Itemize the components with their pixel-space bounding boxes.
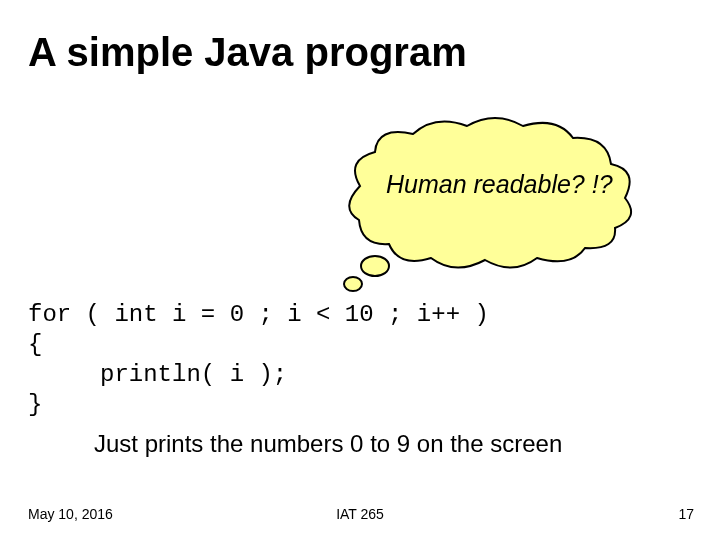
footer-page-number: 17 xyxy=(678,506,694,522)
code-block: for ( int i = 0 ; i < 10 ; i++ ) { print… xyxy=(28,300,489,420)
bubble-text: Human readable? !? xyxy=(386,170,613,199)
cloud-icon xyxy=(305,108,645,298)
code-line-3: println( i ); xyxy=(28,361,287,388)
svg-point-1 xyxy=(344,277,362,291)
slide: A simple Java program Human readable? !?… xyxy=(0,0,720,540)
code-line-1: for ( int i = 0 ; i < 10 ; i++ ) xyxy=(28,301,489,328)
slide-title: A simple Java program xyxy=(28,30,467,75)
code-line-4: } xyxy=(28,391,42,418)
caption-text: Just prints the numbers 0 to 9 on the sc… xyxy=(94,430,562,458)
code-line-2: { xyxy=(28,331,42,358)
footer-course: IAT 265 xyxy=(0,506,720,522)
thought-bubble xyxy=(305,108,645,298)
svg-point-0 xyxy=(361,256,389,276)
